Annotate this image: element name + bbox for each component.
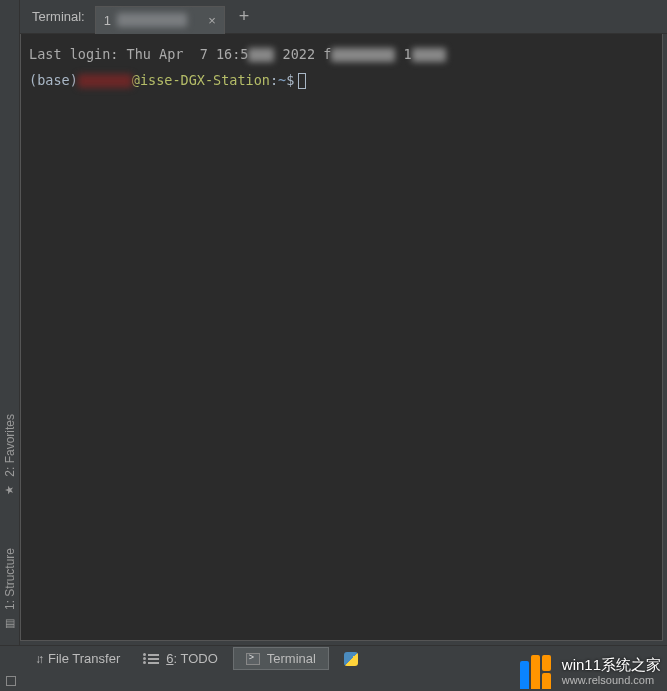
watermark-text: win11系统之家 www.relsound.com xyxy=(562,656,661,687)
sidebar-tab-structure[interactable]: ▥ 1: Structure xyxy=(1,542,19,635)
sidebar-tab-label: 2: Favorites xyxy=(3,414,17,477)
transfer-icon: ↓↑ xyxy=(35,652,41,666)
star-icon: ★ xyxy=(3,483,16,496)
shell-prompt: (base)@isse-DGX-Station:~$ xyxy=(29,70,654,92)
terminal-session-tab[interactable]: 1 × xyxy=(95,6,225,34)
redacted-text xyxy=(248,48,274,62)
sidebar-tab-favorites[interactable]: ★ 2: Favorites xyxy=(1,408,19,502)
watermark-url: www.relsound.com xyxy=(562,674,654,687)
close-icon[interactable]: × xyxy=(208,13,216,28)
tool-terminal[interactable]: Terminal xyxy=(233,647,329,670)
terminal-panel-title: Terminal: xyxy=(26,9,95,24)
tool-todo[interactable]: 6: TODO xyxy=(135,647,231,670)
terminal-tabbar: Terminal: 1 × + xyxy=(20,0,667,34)
tool-python-console[interactable] xyxy=(331,648,371,670)
status-indicator-icon xyxy=(6,676,16,686)
tool-label: File Transfer xyxy=(48,651,120,666)
tool-file-transfer[interactable]: ↓↑ File Transfer xyxy=(22,647,133,670)
tool-label: Terminal xyxy=(267,651,316,666)
cursor-icon xyxy=(298,73,306,89)
sidebar-tab-label: 1: Structure xyxy=(3,548,17,610)
terminal-icon xyxy=(246,653,260,665)
python-icon xyxy=(344,652,358,666)
watermark: win11系统之家 www.relsound.com xyxy=(520,655,661,689)
redacted-text xyxy=(412,48,446,62)
last-login-line: Last login: Thu Apr 7 16:5 2022 f 1 xyxy=(29,44,654,66)
tool-label: 6: TODO xyxy=(166,651,218,666)
terminal-panel: Terminal: 1 × + Last login: Thu Apr 7 16… xyxy=(20,0,667,645)
terminal-output[interactable]: Last login: Thu Apr 7 16:5 2022 f 1 (bas… xyxy=(20,34,663,641)
list-icon xyxy=(148,654,159,664)
terminal-tab-number: 1 xyxy=(104,13,111,28)
watermark-title: win11系统之家 xyxy=(562,656,661,674)
redacted-text xyxy=(117,13,187,27)
watermark-logo-icon xyxy=(520,655,554,689)
new-terminal-button[interactable]: + xyxy=(225,6,264,27)
left-tool-gutter: ★ 2: Favorites ▥ 1: Structure xyxy=(0,0,20,645)
redacted-text xyxy=(78,74,132,88)
redacted-text xyxy=(331,48,395,62)
structure-icon: ▥ xyxy=(3,616,16,629)
